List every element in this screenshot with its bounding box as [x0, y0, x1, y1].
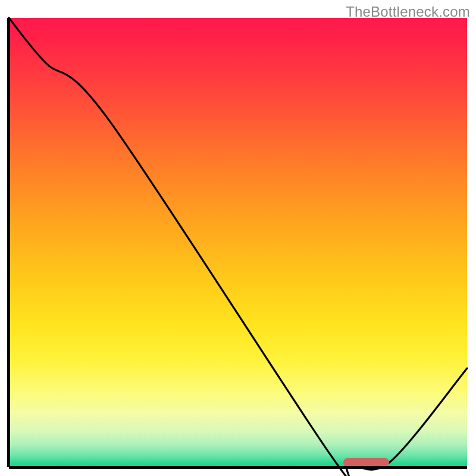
y-axis: [7, 18, 10, 467]
watermark-text: TheBottleneck.com: [346, 4, 470, 20]
chart-stage: TheBottleneck.com: [0, 0, 476, 476]
plot-area: [9, 18, 467, 467]
bottleneck-curve: [9, 18, 467, 467]
x-axis: [9, 466, 467, 469]
